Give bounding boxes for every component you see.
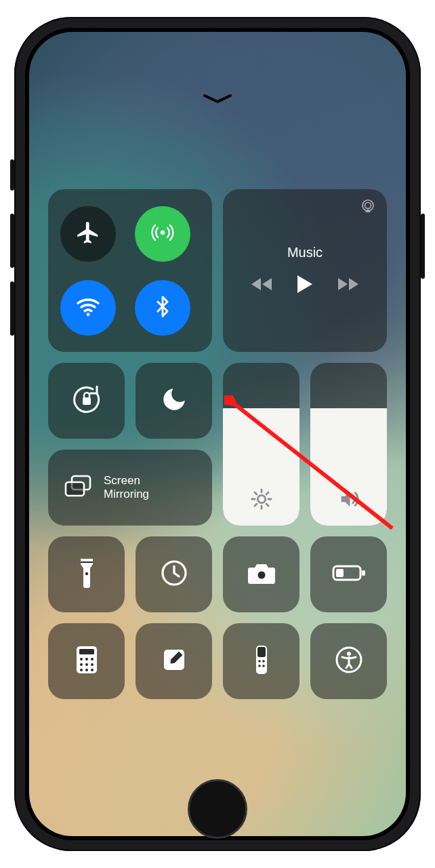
svg-point-35 xyxy=(347,652,351,656)
svg-point-20 xyxy=(91,658,94,660)
play-button[interactable] xyxy=(296,274,314,297)
timer-icon xyxy=(159,558,189,591)
svg-point-18 xyxy=(80,658,83,660)
calculator-icon xyxy=(75,645,98,677)
volume-up-button xyxy=(10,214,14,268)
rewind-button[interactable] xyxy=(250,276,273,295)
flashlight-button[interactable] xyxy=(48,536,125,612)
volume-down-button xyxy=(10,281,14,336)
low-power-mode-button[interactable] xyxy=(310,536,387,612)
moon-icon xyxy=(160,385,188,416)
svg-point-31 xyxy=(262,660,265,663)
svg-rect-6 xyxy=(66,482,84,496)
phone-frame: Music xyxy=(14,17,421,851)
screen: Music xyxy=(29,32,406,836)
screen-mirroring-button[interactable]: Screen Mirroring xyxy=(48,450,212,526)
svg-rect-4 xyxy=(83,397,91,405)
battery-icon xyxy=(331,564,367,585)
volume-icon xyxy=(337,488,361,513)
forward-button[interactable] xyxy=(337,276,360,295)
timer-button[interactable] xyxy=(136,536,212,612)
svg-rect-15 xyxy=(336,569,344,577)
svg-point-8 xyxy=(85,572,87,575)
power-button xyxy=(421,214,425,279)
svg-point-19 xyxy=(85,658,88,660)
now-playing-tile[interactable]: Music xyxy=(223,189,387,352)
camera-button[interactable] xyxy=(223,536,299,612)
svg-rect-17 xyxy=(79,649,94,654)
do-not-disturb-button[interactable] xyxy=(136,363,212,439)
airplane-icon xyxy=(75,220,101,248)
bluetooth-button[interactable] xyxy=(135,280,190,336)
remote-icon xyxy=(255,644,268,678)
svg-point-3 xyxy=(365,203,371,209)
control-center: Music xyxy=(29,32,406,836)
svg-point-7 xyxy=(257,495,265,502)
svg-rect-14 xyxy=(362,570,365,576)
svg-point-1 xyxy=(87,313,90,316)
svg-point-33 xyxy=(262,665,265,667)
bluetooth-icon xyxy=(151,295,174,321)
brightness-icon xyxy=(250,488,273,513)
volume-slider[interactable] xyxy=(310,363,387,526)
airplane-mode-button[interactable] xyxy=(60,206,116,262)
mute-switch xyxy=(10,159,14,191)
notes-icon xyxy=(161,646,188,676)
svg-point-23 xyxy=(91,663,94,666)
svg-point-32 xyxy=(258,665,261,667)
airplay-icon xyxy=(360,199,376,218)
cellular-data-button[interactable] xyxy=(135,206,190,262)
svg-point-21 xyxy=(80,663,83,666)
volume-fill xyxy=(310,408,387,526)
orientation-lock-icon xyxy=(70,382,104,419)
connectivity-group[interactable] xyxy=(48,189,212,352)
now-playing-title: Music xyxy=(287,245,323,260)
svg-point-26 xyxy=(91,669,94,671)
flashlight-icon xyxy=(78,557,96,591)
orientation-lock-button[interactable] xyxy=(48,363,125,439)
accessibility-icon xyxy=(334,645,364,677)
screen-mirroring-label: Screen Mirroring xyxy=(104,474,149,500)
svg-point-0 xyxy=(161,230,165,234)
notes-button[interactable] xyxy=(136,623,212,699)
svg-rect-9 xyxy=(81,561,93,563)
cellular-icon xyxy=(149,219,176,249)
screen-mirroring-icon xyxy=(63,474,93,501)
svg-rect-29 xyxy=(257,647,266,657)
brightness-fill xyxy=(223,408,299,526)
brightness-slider[interactable] xyxy=(223,363,299,526)
svg-point-24 xyxy=(80,669,83,671)
camera-icon xyxy=(246,561,277,588)
home-button[interactable] xyxy=(188,779,247,839)
svg-point-22 xyxy=(85,663,88,666)
svg-point-25 xyxy=(85,669,88,671)
apple-tv-remote-button[interactable] xyxy=(223,623,299,699)
accessibility-button[interactable] xyxy=(310,623,387,699)
svg-point-30 xyxy=(258,660,261,663)
wifi-icon xyxy=(75,293,102,323)
wifi-button[interactable] xyxy=(60,280,116,336)
chevron-down-icon[interactable] xyxy=(202,93,233,108)
calculator-button[interactable] xyxy=(48,623,125,699)
